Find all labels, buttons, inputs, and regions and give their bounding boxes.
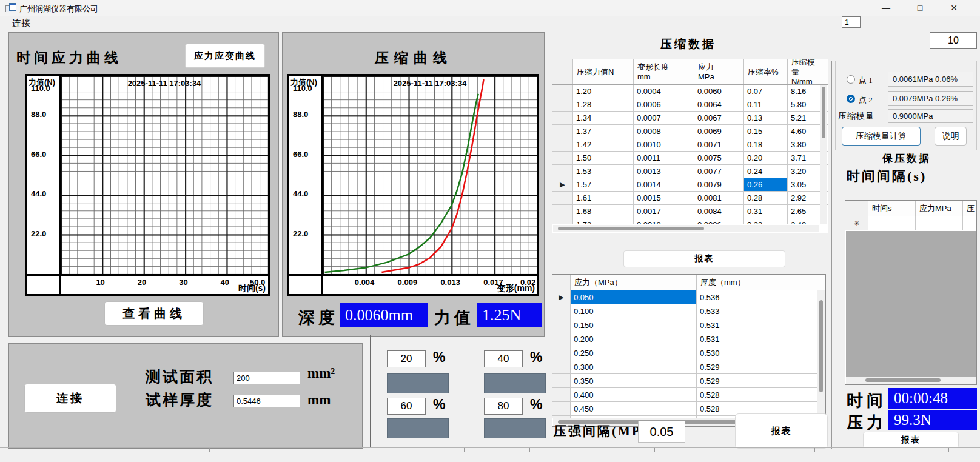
cell-ratio[interactable]: 0.28 xyxy=(744,192,788,204)
cell-ratio[interactable]: 0.11 xyxy=(744,98,788,111)
cell-ratio[interactable]: 0.07 xyxy=(744,85,788,98)
cell-stress[interactable]: 0.350 xyxy=(571,374,697,387)
column-header[interactable]: 厚度（mm） xyxy=(697,275,817,290)
cell-ratio[interactable]: 0.33 xyxy=(744,218,788,224)
cell-stress[interactable] xyxy=(916,216,963,230)
cell-deformation[interactable]: 0.0013 xyxy=(634,165,694,178)
cell-extra[interactable] xyxy=(963,216,976,230)
column-header[interactable]: 压缩力值N xyxy=(573,59,634,84)
cell-stress[interactable]: 0.450 xyxy=(571,402,697,415)
cell-stress[interactable]: 0.200 xyxy=(571,332,697,346)
sample-count-input[interactable] xyxy=(930,32,977,49)
cell-force[interactable]: 1.34 xyxy=(573,112,634,124)
table-row[interactable]: 0.200 0.531 xyxy=(552,332,825,346)
report-button-compression[interactable]: 报表 xyxy=(623,250,785,267)
cell-modulus[interactable]: 3.20 xyxy=(788,165,819,178)
vertical-scrollbar[interactable] xyxy=(820,85,827,224)
cell-stress[interactable]: 0.0069 xyxy=(694,125,744,138)
cell-deformation[interactable]: 0.0014 xyxy=(634,178,694,191)
maximize-button[interactable]: □ xyxy=(905,0,935,16)
cell-modulus[interactable]: 2.92 xyxy=(788,192,819,204)
column-header[interactable]: 应力 MPa xyxy=(694,59,744,84)
modulus-calc-button[interactable]: 压缩模量计算 xyxy=(842,127,921,146)
table-row[interactable]: 1.34 0.0007 0.0067 0.13 5.21 xyxy=(552,112,828,125)
column-header[interactable]: 变形长度 mm xyxy=(634,59,694,84)
cell-modulus[interactable]: 3.80 xyxy=(788,138,819,151)
point1-label[interactable]: 点 1 xyxy=(859,75,873,86)
table-row[interactable]: 1.53 0.0013 0.0077 0.24 3.20 xyxy=(552,165,828,178)
stress-thickness-table[interactable]: 应力（MPa） 厚度（mm） ▶ 0.050 0.536 0.100 0.533… xyxy=(552,274,826,427)
top-small-input[interactable] xyxy=(842,16,861,28)
cell-force[interactable]: 1.37 xyxy=(573,125,634,138)
cell-stress[interactable]: 0.0060 xyxy=(694,85,744,98)
horizontal-scrollbar[interactable] xyxy=(553,225,819,232)
table-row[interactable]: 1.72 0.0018 0.0086 0.33 2.48 xyxy=(552,218,828,224)
close-button[interactable]: ✕ xyxy=(939,0,969,16)
cell-stress[interactable]: 0.0071 xyxy=(694,138,744,151)
cell-thickness[interactable]: 0.536 xyxy=(697,290,817,304)
cell-modulus[interactable]: 4.60 xyxy=(788,125,819,138)
table-row[interactable]: 0.250 0.530 xyxy=(552,346,825,360)
cell-ratio[interactable]: 0.13 xyxy=(744,112,788,124)
pressure-interval-input[interactable] xyxy=(638,421,685,443)
column-header[interactable]: 应力（MPa） xyxy=(571,275,697,290)
cell-ratio[interactable]: 0.20 xyxy=(744,152,788,164)
cell-modulus[interactable]: 5.80 xyxy=(788,98,819,111)
table-row[interactable]: 1.37 0.0008 0.0069 0.15 4.60 xyxy=(552,125,828,138)
cell-modulus[interactable]: 3.71 xyxy=(788,152,819,164)
cell-thickness[interactable]: 0.528 xyxy=(697,388,817,401)
vertical-scrollbar[interactable] xyxy=(817,290,825,418)
percent-input-60[interactable] xyxy=(387,398,426,415)
table-row[interactable]: 0.100 0.533 xyxy=(552,304,825,318)
cell-deformation[interactable]: 0.0004 xyxy=(634,85,694,98)
cell-ratio[interactable]: 0.15 xyxy=(744,125,788,138)
cell-thickness[interactable]: 0.530 xyxy=(697,346,817,360)
cell-thickness[interactable]: 0.529 xyxy=(697,360,817,373)
minimize-button[interactable]: — xyxy=(871,0,901,16)
cell-force[interactable]: 1.72 xyxy=(573,218,634,224)
test-area-input[interactable] xyxy=(233,372,300,384)
column-header[interactable]: 压缩模量 N/mm xyxy=(788,59,819,84)
table-row[interactable]: 1.28 0.0006 0.0064 0.11 5.80 xyxy=(552,98,828,112)
table-row[interactable]: 1.61 0.0015 0.0081 0.28 2.92 xyxy=(552,192,828,205)
cell-ratio[interactable]: 0.18 xyxy=(744,138,788,151)
cell-stress[interactable]: 0.300 xyxy=(571,360,697,373)
cell-modulus[interactable]: 8.16 xyxy=(788,85,819,98)
help-button[interactable]: 说明 xyxy=(935,127,967,146)
cell-thickness[interactable]: 0.531 xyxy=(697,318,817,332)
cell-stress[interactable]: 0.0067 xyxy=(694,112,744,124)
table-row[interactable]: 1.42 0.0010 0.0071 0.18 3.80 xyxy=(552,138,828,152)
compression-data-table[interactable]: 压缩力值N 变形长度 mm 应力 MPa 压缩率% 压缩模量 N/mm 1.20… xyxy=(552,59,828,233)
view-curve-button[interactable]: 查看曲线 xyxy=(104,301,204,326)
cell-modulus[interactable]: 5.21 xyxy=(788,112,819,124)
cell-stress[interactable]: 0.0064 xyxy=(694,98,744,111)
cell-force[interactable]: 1.53 xyxy=(573,165,634,178)
cell-deformation[interactable]: 0.0017 xyxy=(634,205,694,218)
column-header[interactable]: 应力MPa xyxy=(916,201,963,216)
cell-time[interactable] xyxy=(868,216,916,230)
cell-force[interactable]: 1.61 xyxy=(573,192,634,204)
cell-ratio[interactable]: 0.31 xyxy=(744,205,788,218)
table-row[interactable]: 0.150 0.531 xyxy=(552,318,825,332)
cell-stress[interactable]: 0.0084 xyxy=(694,205,744,218)
table-row[interactable]: 1.68 0.0017 0.0084 0.31 2.65 xyxy=(552,205,828,218)
cell-stress[interactable]: 0.100 xyxy=(571,304,697,318)
cell-force[interactable]: 1.28 xyxy=(573,98,634,111)
stress-strain-curve-button[interactable]: 应力应变曲线 xyxy=(185,44,265,68)
cell-modulus[interactable]: 3.05 xyxy=(788,178,819,191)
column-header[interactable]: 压缩率% xyxy=(744,59,788,84)
cell-thickness[interactable]: 0.533 xyxy=(697,304,817,318)
cell-modulus[interactable]: 2.65 xyxy=(788,205,819,218)
cell-deformation[interactable]: 0.0015 xyxy=(634,192,694,204)
cell-force[interactable]: 1.42 xyxy=(573,138,634,151)
percent-input-80[interactable] xyxy=(484,398,523,415)
cell-force[interactable]: 1.57 xyxy=(573,178,634,191)
report-button-holding[interactable]: 报表 xyxy=(863,432,959,448)
cell-force[interactable]: 1.50 xyxy=(573,152,634,164)
thickness-input[interactable] xyxy=(233,395,300,407)
point2-label[interactable]: 点 2 xyxy=(859,95,873,105)
cell-ratio[interactable]: 0.24 xyxy=(744,165,788,178)
table-row[interactable]: 0.350 0.529 xyxy=(552,374,825,388)
percent-input-40[interactable] xyxy=(484,350,523,367)
column-header[interactable]: 时间s xyxy=(868,201,916,216)
